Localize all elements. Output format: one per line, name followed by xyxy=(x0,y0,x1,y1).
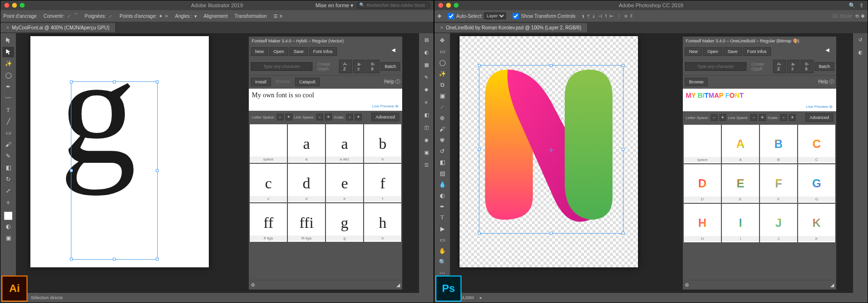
path-select-tool[interactable]: ▶ xyxy=(436,224,448,234)
rotate-tool[interactable]: ↻ xyxy=(2,174,14,184)
resize-icon[interactable]: ◢ xyxy=(830,282,834,288)
shape-tool[interactable]: ▭ xyxy=(436,235,448,245)
glyph-cell[interactable]: ffff liga xyxy=(250,203,287,242)
create-glyph-button[interactable]: Create Glyph xyxy=(747,60,772,73)
glyph-cell[interactable]: ee xyxy=(326,164,363,202)
paintbrush-tool[interactable]: 🖌 xyxy=(2,139,14,150)
crop-tool[interactable]: ⧉ xyxy=(436,79,448,90)
angles-dropdown[interactable]: ▾ xyxy=(194,13,197,19)
scale-plus[interactable]: + xyxy=(355,114,362,120)
letter-plus[interactable]: + xyxy=(285,114,292,120)
font-infos-button[interactable]: Font Infos xyxy=(309,47,337,56)
glyph-cell[interactable]: JJ xyxy=(760,204,797,242)
marquee-tool[interactable]: ▭ xyxy=(436,46,448,56)
glyph-cell[interactable]: KK xyxy=(798,204,835,242)
letter-minus[interactable]: - xyxy=(277,114,284,120)
line-plus[interactable]: + xyxy=(325,114,332,120)
gear-icon[interactable]: ⚙ xyxy=(685,282,689,288)
align-top-icon[interactable]: ⫮ xyxy=(582,13,584,19)
glyph-cell[interactable]: dd xyxy=(288,164,325,202)
clone-tool[interactable]: ✾ xyxy=(436,135,448,145)
scale-plus[interactable]: + xyxy=(789,114,796,121)
graphic-styles-icon[interactable]: ▣ xyxy=(422,148,431,157)
brushes-icon[interactable]: ✎ xyxy=(422,73,431,81)
range-09[interactable]: 0-9 xyxy=(366,60,380,73)
align-icon[interactable]: ☰ xyxy=(273,13,278,19)
glyph-cell[interactable]: CC xyxy=(798,125,835,163)
close-tab-icon[interactable]: × xyxy=(440,25,443,30)
range-az[interactable]: a-z xyxy=(787,60,800,73)
lasso-tool[interactable]: ◯ xyxy=(2,70,14,80)
line-tool[interactable]: ╱ xyxy=(2,116,14,127)
move-tool[interactable]: ✥ xyxy=(436,35,448,45)
preview-text[interactable]: MY BITMAP FONT xyxy=(683,89,836,103)
scale-minus[interactable]: - xyxy=(346,114,353,120)
scale-tool[interactable]: ⤢ xyxy=(2,185,14,196)
help-link[interactable]: Help xyxy=(818,79,828,84)
screen-mode-icon[interactable]: ▣ xyxy=(2,233,14,243)
glyph-cell[interactable]: ff xyxy=(364,164,401,202)
search-icon[interactable]: 🔍 xyxy=(849,2,855,9)
stroke-icon[interactable]: ≡ xyxy=(422,98,431,106)
zoom-tool[interactable]: 🔍 xyxy=(436,257,448,267)
preview-text[interactable]: My own font is so cool xyxy=(249,89,402,102)
glyph-cell[interactable]: EE xyxy=(722,164,759,203)
eraser-tool[interactable]: ◧ xyxy=(2,162,14,173)
handles-icon[interactable]: ⟋ xyxy=(108,13,113,19)
range-09[interactable]: 0-9 xyxy=(800,60,814,73)
new-button[interactable]: New xyxy=(251,47,268,56)
font-infos-button[interactable]: Font Infos xyxy=(743,47,771,56)
line-minus[interactable]: - xyxy=(316,114,323,120)
color-icon[interactable]: ◐ xyxy=(856,48,865,56)
document-tab[interactable]: ×OneLineBold by Roman Korolev.psd @ 100%… xyxy=(434,23,588,32)
type-tool[interactable]: T xyxy=(2,105,14,115)
document-tab[interactable]: ×MyCoolFont.ai @ 400% (CMJN/Aperçu GPU) xyxy=(0,23,116,32)
minimize-icon[interactable] xyxy=(446,3,451,8)
close-tab-icon[interactable]: × xyxy=(6,25,9,30)
range-AZ[interactable]: A-Z xyxy=(339,60,353,73)
glyph-cell[interactable]: space xyxy=(684,125,721,163)
align-right-icon[interactable]: ⊢ xyxy=(610,13,614,19)
close-icon[interactable] xyxy=(4,3,9,8)
live-preview-link[interactable]: Live Preview xyxy=(372,104,394,108)
info-icon[interactable]: ⓘ xyxy=(395,79,400,84)
type-character-input[interactable] xyxy=(251,62,312,71)
type-tool[interactable]: T xyxy=(436,212,448,223)
transformation-label[interactable]: Transformation xyxy=(234,13,267,19)
show-transform-checkbox[interactable] xyxy=(513,13,519,19)
auto-select-checkbox[interactable] xyxy=(448,13,454,19)
glyph-cell[interactable]: BB xyxy=(760,125,797,163)
dodge-tool[interactable]: ◐ xyxy=(436,190,448,200)
canvas-area[interactable]: g Fontself Maker 3.4.0 – Hybi5 – Regular… xyxy=(16,33,419,293)
distribute-v-icon[interactable]: ⦀ xyxy=(630,13,632,19)
gear-icon[interactable]: ⚙ xyxy=(251,282,255,288)
transparency-icon[interactable]: ◫ xyxy=(422,123,431,132)
convert-smooth-icon[interactable]: ⌒ xyxy=(73,13,78,19)
glyph-cell[interactable]: bb xyxy=(364,124,401,163)
new-button[interactable]: New xyxy=(685,47,702,56)
range-az[interactable]: a-z xyxy=(353,60,366,73)
glyph-cell[interactable]: II xyxy=(722,204,759,242)
swatches-icon[interactable]: ▦ xyxy=(422,60,431,69)
save-button[interactable]: Save xyxy=(723,47,742,56)
glyph-cell[interactable]: FF xyxy=(760,164,797,203)
share-icon[interactable]: ⇪ xyxy=(859,2,864,9)
pen-tool[interactable]: ✒ xyxy=(436,201,448,211)
align-bottom-icon[interactable]: ⫰ xyxy=(593,13,595,19)
open-button[interactable]: Open xyxy=(703,47,722,56)
glyph-cell[interactable]: GG xyxy=(798,164,835,203)
help-link[interactable]: Help xyxy=(384,79,394,84)
frame-tool[interactable]: ▣ xyxy=(436,91,448,101)
info-icon[interactable]: ⓘ xyxy=(829,79,834,84)
glyph-cell[interactable]: gg xyxy=(326,203,363,242)
format-dropdown[interactable]: Mise en forme ▾ xyxy=(315,2,353,9)
letter-plus[interactable]: + xyxy=(719,114,726,121)
color-icon[interactable]: ◐ xyxy=(422,48,431,56)
maximize-icon[interactable] xyxy=(454,3,459,8)
advanced-button[interactable]: Advanced xyxy=(371,113,399,121)
line-plus[interactable]: + xyxy=(759,114,766,121)
tab-browse[interactable]: Browse xyxy=(685,78,708,86)
add-anchor-icon[interactable]: ✦ xyxy=(159,13,163,19)
color-mode-icon[interactable]: ◐ xyxy=(2,221,14,232)
maximize-icon[interactable] xyxy=(20,3,25,8)
